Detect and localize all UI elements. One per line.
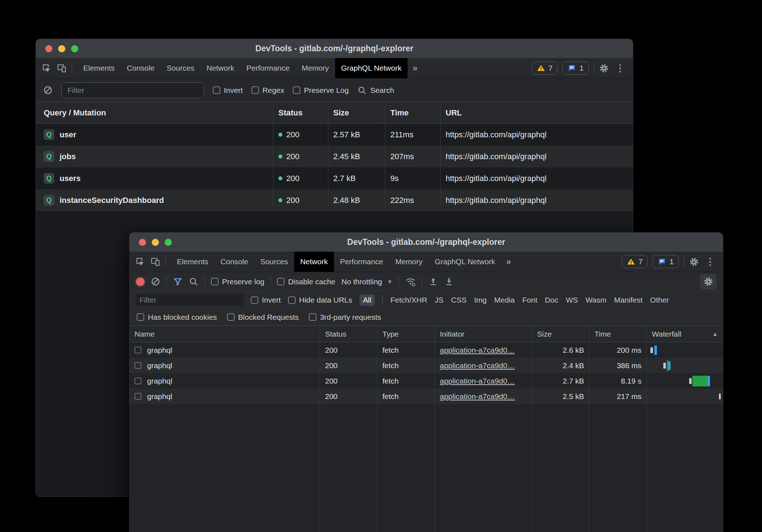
type-filter-doc[interactable]: Doc xyxy=(545,296,558,304)
table-row[interactable]: graphql 200 fetch application-a7ca9d0… 2… xyxy=(130,373,723,389)
block-icon[interactable] xyxy=(43,85,53,95)
row-checkbox[interactable] xyxy=(135,362,141,369)
type-filter-ws[interactable]: WS xyxy=(566,296,578,304)
search-button[interactable]: Search xyxy=(357,86,394,95)
type-filter-media[interactable]: Media xyxy=(494,296,515,304)
table-header[interactable]: Query / Mutation Status Size Time URL xyxy=(36,102,633,124)
more-tabs-chevron-icon[interactable] xyxy=(408,58,422,78)
kebab-menu-icon[interactable] xyxy=(704,256,716,267)
warnings-badge[interactable]: 7 xyxy=(532,62,558,75)
regex-checkbox[interactable]: Regex xyxy=(251,86,284,95)
kebab-menu-icon[interactable] xyxy=(614,62,626,74)
gear-icon[interactable] xyxy=(599,63,609,73)
filter-input[interactable] xyxy=(61,82,204,98)
type-filter-img[interactable]: Img xyxy=(474,296,487,304)
warnings-badge[interactable]: 7 xyxy=(622,255,648,268)
checkbox[interactable] xyxy=(251,86,259,94)
column-header-size[interactable]: Size xyxy=(328,102,385,123)
table-row[interactable]: Qusers 200 2.7 kB 9s https://gitlab.com/… xyxy=(36,167,633,189)
row-checkbox[interactable] xyxy=(135,393,141,400)
checkbox[interactable] xyxy=(227,313,235,321)
type-filter-wasm[interactable]: Wasm xyxy=(585,296,607,304)
checkbox[interactable] xyxy=(137,313,144,321)
import-har-icon[interactable] xyxy=(444,277,454,286)
gear-icon[interactable] xyxy=(689,257,699,267)
tab-performance[interactable]: Performance xyxy=(334,252,389,272)
tab-console[interactable]: Console xyxy=(215,252,254,272)
search-icon[interactable] xyxy=(189,277,198,286)
filter-input[interactable] xyxy=(136,294,244,306)
network-conditions-icon[interactable] xyxy=(405,276,416,287)
record-icon[interactable] xyxy=(136,277,145,286)
tab-memory[interactable]: Memory xyxy=(389,252,429,272)
column-header-size[interactable]: Size xyxy=(532,326,589,342)
column-header-name[interactable]: Name xyxy=(130,326,320,342)
type-filter-fetch-xhr[interactable]: Fetch/XHR xyxy=(390,296,427,304)
column-header-initiator[interactable]: Initiator xyxy=(435,326,532,342)
disable-cache-checkbox[interactable]: Disable cache xyxy=(277,277,335,286)
initiator-link[interactable]: application-a7ca9d0… xyxy=(440,392,515,401)
table-row[interactable]: graphql 200 fetch application-a7ca9d0… 2… xyxy=(130,358,723,373)
third-party-requests-checkbox[interactable]: 3rd-party requests xyxy=(309,313,381,322)
row-checkbox[interactable] xyxy=(135,347,141,353)
type-filter-manifest[interactable]: Manifest xyxy=(614,296,643,304)
inspect-icon[interactable] xyxy=(135,257,145,267)
clear-icon[interactable] xyxy=(151,277,160,286)
tab-network[interactable]: Network xyxy=(294,252,334,272)
more-tabs-chevron-icon[interactable] xyxy=(501,252,516,272)
type-filter-js[interactable]: JS xyxy=(435,296,444,304)
issues-badge[interactable]: 1 xyxy=(653,255,679,268)
tab-memory[interactable]: Memory xyxy=(296,58,335,78)
blocked-requests-checkbox[interactable]: Blocked Requests xyxy=(227,313,299,322)
type-filter-all[interactable]: All xyxy=(359,294,375,306)
checkbox[interactable] xyxy=(213,86,220,94)
tab-graphql-network[interactable]: GraphQL Network xyxy=(429,252,501,272)
column-header-query-mutation[interactable]: Query / Mutation xyxy=(36,102,273,123)
column-header-url[interactable]: URL xyxy=(441,102,633,123)
row-checkbox[interactable] xyxy=(135,377,141,384)
table-row[interactable]: QinstanceSecurityDashboard 200 2.48 kB 2… xyxy=(36,189,633,211)
inspect-icon[interactable] xyxy=(42,63,52,73)
network-settings-button[interactable] xyxy=(700,274,716,290)
table-header[interactable]: Name Status Type Initiator Size Time Wat… xyxy=(130,326,723,342)
checkbox[interactable] xyxy=(277,278,284,285)
table-row[interactable]: Quser 200 2.57 kB 211ms https://gitlab.c… xyxy=(36,124,633,146)
type-filter-other[interactable]: Other xyxy=(650,296,669,304)
checkbox[interactable] xyxy=(293,86,300,94)
filter-funnel-icon[interactable] xyxy=(173,277,183,286)
checkbox[interactable] xyxy=(309,313,316,321)
tab-performance[interactable]: Performance xyxy=(240,58,296,78)
tab-network[interactable]: Network xyxy=(201,58,240,78)
preserve-log-checkbox[interactable]: Preserve log xyxy=(211,277,264,286)
column-header-status[interactable]: Status xyxy=(320,326,377,342)
type-filter-font[interactable]: Font xyxy=(522,296,537,304)
titlebar[interactable]: DevTools - gitlab.com/-/graphql-explorer xyxy=(130,233,723,252)
tab-sources[interactable]: Sources xyxy=(254,252,294,272)
issues-badge[interactable]: 1 xyxy=(563,62,589,75)
export-har-icon[interactable] xyxy=(428,277,438,286)
throttling-dropdown[interactable]: No throttling xyxy=(342,277,392,286)
tab-sources[interactable]: Sources xyxy=(161,58,201,78)
initiator-link[interactable]: application-a7ca9d0… xyxy=(440,361,515,370)
initiator-link[interactable]: application-a7ca9d0… xyxy=(440,346,515,355)
column-header-time[interactable]: Time xyxy=(589,326,647,342)
checkbox[interactable] xyxy=(251,296,258,304)
table-row[interactable]: graphql 200 fetch application-a7ca9d0… 2… xyxy=(130,389,723,404)
column-header-type[interactable]: Type xyxy=(377,326,435,342)
tab-elements[interactable]: Elements xyxy=(171,252,215,272)
hide-data-urls-checkbox[interactable]: Hide data URLs xyxy=(288,296,352,304)
invert-checkbox[interactable]: Invert xyxy=(251,296,281,304)
initiator-link[interactable]: application-a7ca9d0… xyxy=(440,377,515,385)
column-header-status[interactable]: Status xyxy=(273,102,328,123)
has-blocked-cookies-checkbox[interactable]: Has blocked cookies xyxy=(137,313,217,322)
table-row[interactable]: graphql 200 fetch application-a7ca9d0… 2… xyxy=(130,342,723,358)
tab-console[interactable]: Console xyxy=(121,58,161,78)
checkbox[interactable] xyxy=(288,296,296,304)
tab-graphql-network[interactable]: GraphQL Network xyxy=(335,58,408,78)
titlebar[interactable]: DevTools - gitlab.com/-/graphql-explorer xyxy=(36,39,633,58)
device-toolbar-icon[interactable] xyxy=(57,63,67,73)
tab-elements[interactable]: Elements xyxy=(77,58,121,78)
column-header-time[interactable]: Time xyxy=(385,102,441,123)
device-toolbar-icon[interactable] xyxy=(150,257,160,267)
table-row[interactable]: Qjobs 200 2.45 kB 207ms https://gitlab.c… xyxy=(36,146,633,167)
